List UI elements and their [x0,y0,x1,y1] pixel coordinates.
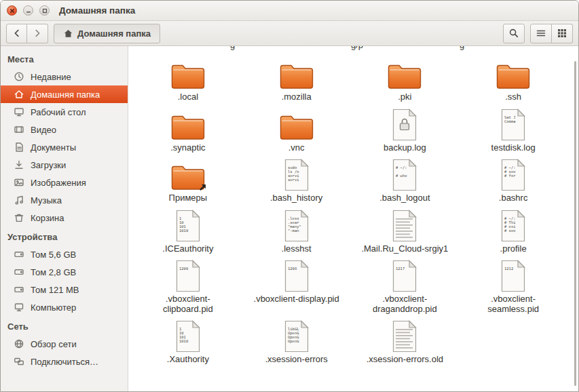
folder-icon [280,58,314,90]
sidebar-item-label: Том 2,8 GB [31,267,76,277]
file-name: .bash_history [270,193,322,203]
sidebar-item-downloads[interactable]: Загрузки [1,156,128,174]
folder-icon [496,58,530,90]
file-item[interactable]: # ~/:# see# for .bashrc [459,155,567,205]
home-icon [63,28,73,39]
breadcrumb-home-button[interactable]: Домашняя папка [54,24,160,43]
pictures-icon [14,177,24,188]
view-menu-group [530,24,573,43]
scrollbar[interactable] [572,46,578,391]
menu-button[interactable] [530,24,552,43]
sidebar-item-documents[interactable]: Документы [1,138,128,156]
file-name: .pki [398,92,411,102]
sidebar-item-label: Корзина [31,213,64,223]
file-item[interactable]: .mozilla [242,54,351,104]
file-icon [391,210,418,242]
clipped-label: g [460,46,464,50]
file-icon: 1208 [283,260,310,292]
sidebar-item-drive[interactable]: Том 5,6 GB [1,246,128,263]
file-icon [391,320,418,353]
file-name: .xsession-errors [265,355,327,365]
file-item[interactable]: 1200 .vboxclient-clipboard.pid [134,256,242,315]
toolbar: Домашняя папка [1,21,578,46]
titlebar[interactable]: Домашняя папка [1,1,578,21]
file-item[interactable]: .less.sear"many""-man .lesshst [242,206,351,256]
file-icon: libGLOpenGOpenGOpenG [283,320,310,353]
file-item[interactable]: Примеры [134,155,242,205]
svg-text:1200: 1200 [179,267,188,271]
file-item[interactable]: 1101011010 .Xauthority [134,317,242,366]
file-item[interactable]: backup.log [351,105,460,155]
sidebar-item-label: Рабочий стол [31,107,86,117]
file-item[interactable]: # ~/:# whe .bash_logout [351,155,460,205]
sidebar-item-pictures[interactable]: Изображения [1,174,128,191]
documents-icon [14,142,24,153]
back-button[interactable] [6,24,27,43]
sidebar-item-trash[interactable]: Корзина [1,209,128,227]
file-icon: 1101011010 [174,210,202,242]
file-item[interactable]: .vnc [242,105,351,155]
sidebar-item-recent[interactable]: Недавние [1,68,128,85]
file-name: .vboxclient-display.pid [254,294,339,305]
file-name: .vboxclient-draganddrop.pid [359,294,450,314]
file-item[interactable]: .local [134,54,242,104]
sidebar-item-drive[interactable]: Том 121 MB [1,281,128,298]
file-item[interactable]: 1101011010 .ICEauthority [134,206,242,256]
file-name: backup.log [384,143,426,153]
file-item[interactable]: .pki [351,54,460,104]
svg-text:1010: 1010 [179,229,188,233]
file-item[interactable]: .xsession-errors.old [351,317,460,366]
sidebar-item-network[interactable]: Обзор сети [1,335,128,353]
file-icon [391,109,418,141]
file-item[interactable]: Sat JComma testdisk.log [459,105,567,155]
window-title: Домашняя папка [59,5,135,16]
file-name: .Xauthority [167,355,209,365]
maximize-button[interactable] [39,5,50,16]
close-button[interactable] [7,5,17,16]
file-item[interactable]: libGLOpenGOpenGOpenG .xsession-errors [242,317,351,366]
file-name: .Mail.Ru_Cloud-srgiy1 [361,244,448,254]
sidebar-item-home[interactable]: Домашняя папка [1,85,128,103]
close-icon [10,8,15,14]
nav-button-group [6,24,48,43]
sidebar-item-music[interactable]: Музыка [1,191,128,209]
file-name: .synaptic [170,143,205,153]
view-grid-button[interactable] [552,24,573,43]
file-item[interactable]: 1217 .vboxclient-draganddrop.pid [351,256,460,315]
forward-button[interactable] [27,24,48,43]
search-button[interactable] [503,24,525,43]
connect-icon [14,356,24,367]
drive-icon [14,267,24,277]
sidebar-item-drive[interactable]: Том 2,8 GB [1,263,128,281]
file-item[interactable]: .ssh [459,54,567,104]
file-item[interactable]: .synaptic [134,105,242,155]
minimize-button[interactable] [23,5,33,16]
file-name: .vnc [288,143,305,153]
sidebar-item-label: Недавние [31,72,71,82]
file-item[interactable]: 1208 .vboxclient-display.pid [242,256,351,315]
file-name: testdisk.log [491,143,536,153]
file-item[interactable]: .Mail.Ru_Cloud-srgiy1 [351,206,460,256]
file-item[interactable]: sudols /eserviservi .bash_history [242,155,351,205]
sidebar-item-connect[interactable]: Подключиться… [1,353,128,370]
file-name: .xsession-errors.old [367,355,443,365]
sidebar-item-computer[interactable]: Компьютер [1,298,128,316]
folder-icon [171,159,205,191]
file-icon: 1101011010 [174,320,202,353]
sidebar-item-desktop[interactable]: Рабочий стол [1,103,128,121]
sidebar-section-label: Сеть [1,316,128,335]
file-item[interactable]: 1212 .vboxclient-seamless.pid [459,256,567,315]
window-body: Места Недавние Домашняя папка Рабочий ст… [1,46,578,391]
file-item[interactable]: # ~/:# Thi# exi# see .profile [459,206,567,256]
sidebar-item-video[interactable]: Видео [1,121,128,138]
file-name: .vboxclient-seamless.pid [468,294,559,314]
file-name: .ICEauthority [162,244,213,254]
folder-icon [388,58,422,90]
search-icon [508,28,519,39]
file-name: Примеры [169,193,208,203]
sidebar-section-label: Устройства [1,227,128,246]
svg-text:# ~/:: # ~/: [396,165,407,170]
sidebar-item-label: Компьютер [31,302,76,313]
scrollbar-thumb[interactable] [574,61,576,386]
file-icon: # ~/:# Thi# exi# see [500,210,527,242]
